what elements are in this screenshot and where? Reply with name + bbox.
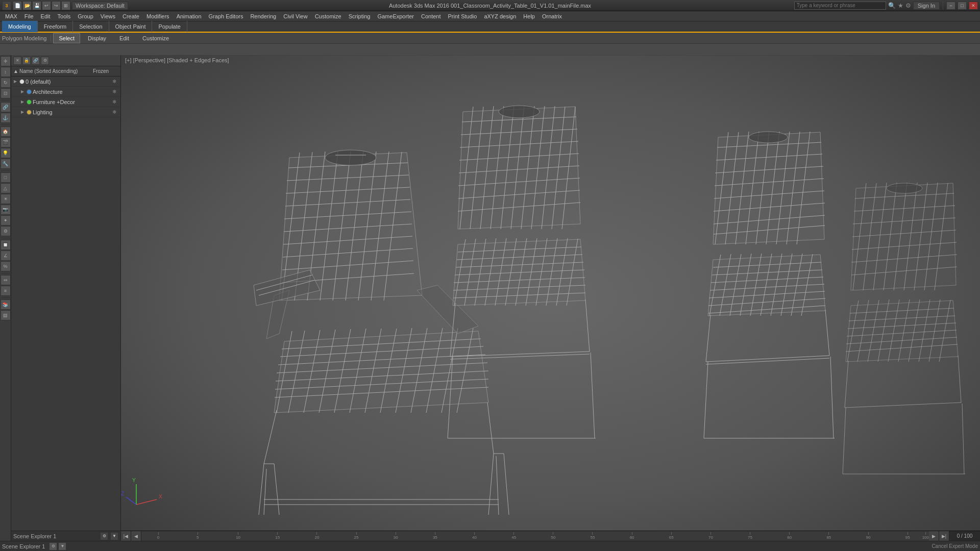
menu-max[interactable]: MAX bbox=[2, 11, 20, 21]
undo-icon[interactable]: ↩ bbox=[42, 1, 51, 10]
menu-edit[interactable]: Edit bbox=[38, 11, 54, 21]
menu-scripting[interactable]: Scripting bbox=[346, 11, 374, 21]
tab-modeling[interactable]: Modeling bbox=[2, 21, 38, 32]
redo-icon[interactable]: ↪ bbox=[52, 1, 61, 10]
ribbon-btn[interactable]: ▤ bbox=[1, 310, 11, 320]
status-filter-icon[interactable]: ▼ bbox=[58, 542, 66, 550]
menu-modifiers[interactable]: Modifiers bbox=[143, 11, 173, 21]
expand-icon[interactable]: ▶ bbox=[19, 109, 26, 115]
workspace-label[interactable]: Workspace: Default bbox=[72, 2, 128, 10]
percent-snap-btn[interactable]: % bbox=[1, 261, 11, 271]
create-systems-btn[interactable]: ⚙ bbox=[1, 226, 11, 236]
close-button[interactable]: ✕ bbox=[969, 2, 978, 10]
app-logo[interactable]: 3 bbox=[2, 1, 11, 10]
scene-settings-icon[interactable]: ⚙ bbox=[100, 532, 108, 540]
bind-btn[interactable]: ⚓ bbox=[1, 113, 11, 123]
settings-panel-icon[interactable]: ⚙ bbox=[41, 57, 49, 65]
sign-in-button[interactable]: Sign In bbox=[913, 2, 940, 10]
layer-mgr-btn[interactable]: 📚 bbox=[1, 299, 11, 310]
timeline-next-btn[interactable]: ▶ bbox=[929, 531, 939, 541]
menu-animation[interactable]: Animation bbox=[174, 11, 205, 21]
tab-freeform[interactable]: Freeform bbox=[38, 21, 74, 32]
utilities-btn[interactable]: 🔧 bbox=[1, 159, 11, 169]
menu-graph-editors[interactable]: Graph Editors bbox=[206, 11, 247, 21]
menu-ornatrix[interactable]: Ornatrix bbox=[539, 11, 565, 21]
timeline-end-btn[interactable]: ▶| bbox=[939, 531, 949, 541]
menu-civil-view[interactable]: Civil View bbox=[280, 11, 310, 21]
scene-item-lighting[interactable]: ▶ Lighting ❄ bbox=[11, 107, 120, 117]
timeline-prev-btn[interactable]: ◀ bbox=[131, 531, 141, 541]
frozen-icon: ❄ bbox=[109, 89, 119, 94]
svg-marker-158 bbox=[851, 183, 956, 290]
expand-icon[interactable]: ▶ bbox=[19, 89, 26, 95]
status-settings-icon[interactable]: ⚙ bbox=[49, 542, 57, 550]
viewport[interactable]: [+] [Perspective] [Shaded + Edged Faces]… bbox=[121, 55, 980, 541]
menu-help[interactable]: Help bbox=[520, 11, 538, 21]
svg-point-46 bbox=[325, 150, 376, 165]
lock-panel-icon[interactable]: 🔒 bbox=[22, 57, 31, 65]
sub-tab-select[interactable]: Select bbox=[53, 33, 80, 43]
minimize-button[interactable]: − bbox=[946, 2, 955, 10]
create-cameras-btn[interactable]: 📷 bbox=[1, 205, 11, 215]
scene-filter-icon[interactable]: ▼ bbox=[110, 532, 118, 540]
menu-tools[interactable]: Tools bbox=[55, 11, 74, 21]
scene-item-0-default[interactable]: ▶ 0 (default) ❄ bbox=[11, 77, 120, 87]
menu-file[interactable]: File bbox=[21, 11, 37, 21]
sub-tab-customize[interactable]: Customize bbox=[137, 33, 175, 43]
hierarchy-btn[interactable]: 🏠 bbox=[1, 127, 11, 137]
timeline-start-btn[interactable]: |◀ bbox=[121, 531, 131, 541]
scene-explorer-panel: ✕ 🔒 🔗 ⚙ ▲ Name (Sorted Ascending) Frozen… bbox=[11, 55, 121, 541]
svg-marker-131 bbox=[713, 132, 824, 244]
maximize-button[interactable]: □ bbox=[958, 2, 967, 10]
menu-rendering[interactable]: Rendering bbox=[247, 11, 279, 21]
angle-snap-btn[interactable]: ∠ bbox=[1, 251, 11, 261]
menu-content[interactable]: Content bbox=[418, 11, 444, 21]
link-btn[interactable]: 🔗 bbox=[1, 102, 11, 112]
new-icon[interactable]: 📄 bbox=[13, 1, 22, 10]
workspace-icon[interactable]: ⊞ bbox=[61, 1, 70, 10]
timeline-frame-value: 0 / 100 bbox=[949, 533, 980, 539]
settings-icon[interactable]: ⚙ bbox=[905, 2, 911, 9]
menu-views[interactable]: Views bbox=[97, 11, 118, 21]
col-name[interactable]: ▲ Name (Sorted Ascending) bbox=[13, 68, 93, 74]
star-icon[interactable]: ★ bbox=[898, 2, 903, 9]
align-btn[interactable]: ≡ bbox=[1, 286, 11, 296]
create-geo-btn[interactable]: □ bbox=[1, 172, 11, 183]
display-btn[interactable]: 💡 bbox=[1, 148, 11, 158]
menu-create[interactable]: Create bbox=[119, 11, 142, 21]
sub-tab-edit[interactable]: Edit bbox=[114, 33, 135, 43]
timeline-track[interactable]: 0 5 10 15 20 25 bbox=[141, 531, 929, 541]
save-icon[interactable]: 💾 bbox=[32, 1, 41, 10]
snap-toggle-btn[interactable]: 🔲 bbox=[1, 240, 11, 250]
expand-icon[interactable]: ▶ bbox=[19, 99, 26, 105]
tab-populate[interactable]: Populate bbox=[152, 21, 187, 32]
search-icon[interactable]: 🔍 bbox=[888, 2, 896, 9]
link-panel-icon[interactable]: 🔗 bbox=[32, 57, 40, 65]
move-tool-btn[interactable]: ↕ bbox=[1, 67, 11, 77]
create-shapes-btn[interactable]: △ bbox=[1, 183, 11, 193]
scene-item-architecture[interactable]: ▶ Architecture ❄ bbox=[11, 87, 120, 97]
select-tool-btn[interactable]: ✛ bbox=[1, 56, 11, 66]
search-input[interactable] bbox=[794, 2, 886, 10]
menu-axyz-design[interactable]: aXYZ design bbox=[481, 11, 519, 21]
item-label: Furniture +Decor bbox=[33, 99, 109, 105]
viewport-canvas[interactable]: .wf { stroke: #aaa; stroke-width: 1; fil… bbox=[121, 55, 980, 541]
tab-object-paint[interactable]: Object Paint bbox=[109, 21, 153, 32]
menu-group[interactable]: Group bbox=[75, 11, 96, 21]
create-helpers-btn[interactable]: ✦ bbox=[1, 215, 11, 226]
scene-item-furniture[interactable]: ▶ Furniture +Decor ❄ bbox=[11, 97, 120, 107]
cancel-expert-mode-label[interactable]: Cancel Expert Mode bbox=[932, 543, 978, 549]
create-lights-btn[interactable]: ☀ bbox=[1, 194, 11, 204]
menu-customize[interactable]: Customize bbox=[312, 11, 345, 21]
rotate-tool-btn[interactable]: ↻ bbox=[1, 78, 11, 88]
scale-tool-btn[interactable]: ⊡ bbox=[1, 88, 11, 98]
menu-game-exporter[interactable]: GameExporter bbox=[374, 11, 417, 21]
expand-icon[interactable]: ▶ bbox=[12, 79, 18, 85]
sub-tab-display[interactable]: Display bbox=[82, 33, 112, 43]
open-icon[interactable]: 📂 bbox=[22, 1, 32, 10]
tab-selection[interactable]: Selection bbox=[73, 21, 109, 32]
close-panel-icon[interactable]: ✕ bbox=[13, 57, 21, 65]
menu-print-studio[interactable]: Print Studio bbox=[445, 11, 480, 21]
motion-btn[interactable]: 🎬 bbox=[1, 137, 11, 147]
mirror-btn[interactable]: ⇔ bbox=[1, 275, 11, 285]
